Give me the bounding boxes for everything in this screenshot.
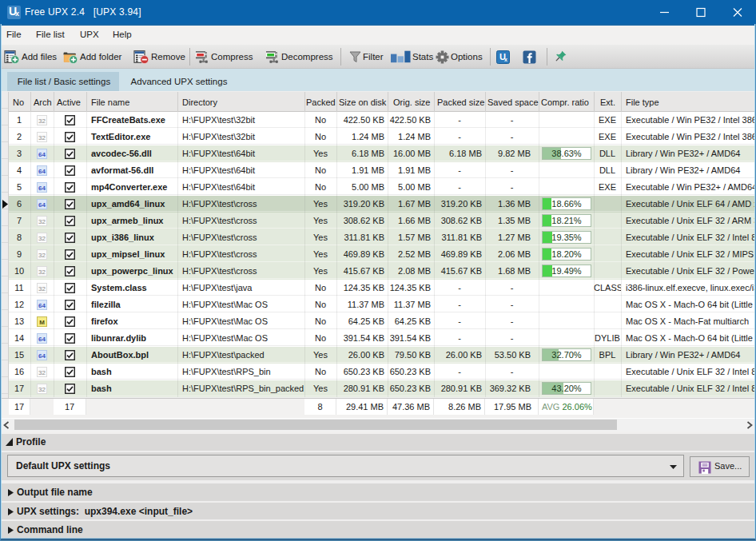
svg-text:x: x (504, 57, 507, 62)
